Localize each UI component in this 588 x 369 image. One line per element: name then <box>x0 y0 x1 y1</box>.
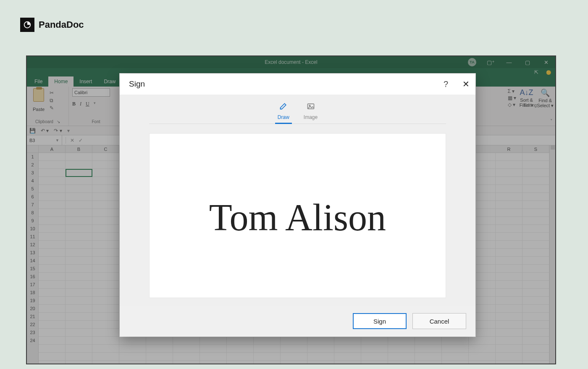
sort-filter-icon: A↓Z <box>520 88 533 97</box>
window-titlebar: Excel document - Excel TA ▢⁺ — ▢ ✕ <box>27 56 555 68</box>
row-header[interactable]: 4 <box>27 177 38 185</box>
column-header[interactable]: S <box>522 145 549 153</box>
redo-icon[interactable]: ↷ ▾ <box>54 128 62 134</box>
row-header[interactable]: 12 <box>27 241 38 249</box>
font-name-combo[interactable]: Calibri <box>72 88 110 97</box>
name-box-dropdown-icon[interactable]: ▼ <box>55 138 59 142</box>
row-header[interactable]: 13 <box>27 249 38 257</box>
row-header[interactable]: 5 <box>27 185 38 193</box>
tab-image[interactable]: Image <box>303 101 318 121</box>
pandadoc-brand: PandaDoc <box>20 18 84 32</box>
pandadoc-logo-icon <box>20 18 34 32</box>
find-icon: 🔍 <box>541 88 550 98</box>
row-header[interactable]: 8 <box>27 209 38 217</box>
image-icon <box>307 102 315 113</box>
row-header[interactable]: 16 <box>27 273 38 281</box>
signature-text: Tom Alison <box>209 196 386 239</box>
row-header[interactable]: 2 <box>27 161 38 169</box>
tab-draw[interactable]: Draw <box>98 76 121 87</box>
undo-icon[interactable]: ↶ ▾ <box>41 128 49 134</box>
tab-insert[interactable]: Insert <box>74 76 98 87</box>
maximize-button[interactable]: ▢ <box>518 56 537 68</box>
select-all-corner[interactable] <box>27 145 38 153</box>
tab-file[interactable]: File <box>29 76 48 87</box>
vertical-scrollbar[interactable] <box>549 145 555 364</box>
clear-icon[interactable]: ◇ ▾ <box>508 102 516 108</box>
row-header[interactable]: 21 <box>27 313 38 321</box>
row-headers: 123456789101112131415161718192021222324 <box>27 145 39 364</box>
find-select-button[interactable]: 🔍 Find & Select ▾ <box>537 88 554 108</box>
row-header[interactable]: 15 <box>27 265 38 273</box>
italic-button[interactable]: I <box>80 101 81 107</box>
document-title: Excel document - Excel <box>265 59 317 65</box>
clipboard-launcher-icon[interactable]: ↘ <box>57 119 60 124</box>
clipboard-icon <box>33 88 44 102</box>
ribbon-display-button[interactable]: ▢⁺ <box>481 56 500 68</box>
name-box[interactable]: B3 ▼ <box>27 135 62 145</box>
row-header[interactable]: 17 <box>27 281 38 289</box>
column-header[interactable]: R <box>496 145 522 153</box>
dialog-footer: Sign Cancel <box>120 306 475 337</box>
copy-icon[interactable]: ⧉ <box>50 98 54 103</box>
tab-draw[interactable]: Draw <box>277 101 290 121</box>
dialog-header: Sign ? ✕ <box>120 74 475 95</box>
qat-customize-icon[interactable]: ▾ <box>67 128 70 134</box>
row-header[interactable]: 9 <box>27 217 38 225</box>
sign-method-tabs: Draw Image <box>149 101 446 124</box>
enter-formula-icon[interactable]: ✓ <box>79 137 83 143</box>
row-header[interactable]: 23 <box>27 329 38 337</box>
fill-icon[interactable]: ▦ ▾ <box>508 95 516 101</box>
row-header[interactable]: 3 <box>27 169 38 177</box>
dialog-title: Sign <box>129 79 145 89</box>
dialog-body: Draw Image Tom Alison <box>120 95 475 306</box>
minimize-button[interactable]: — <box>500 56 518 68</box>
signature-canvas[interactable]: Tom Alison <box>149 133 446 298</box>
pen-icon <box>279 102 288 113</box>
cancel-formula-icon[interactable]: ✕ <box>70 137 74 143</box>
pandadoc-brand-name: PandaDoc <box>39 19 84 30</box>
bold-button[interactable]: B <box>72 101 76 107</box>
row-header[interactable]: 19 <box>27 297 38 305</box>
row-header[interactable]: 14 <box>27 257 38 265</box>
column-header[interactable]: A <box>39 145 66 153</box>
collapse-ribbon-icon[interactable]: ˅ <box>550 119 553 124</box>
tab-home[interactable]: Home <box>48 76 74 87</box>
close-window-button[interactable]: ✕ <box>537 56 555 68</box>
row-header[interactable]: 6 <box>27 193 38 201</box>
row-header[interactable]: 11 <box>27 233 38 241</box>
selected-cell-b3[interactable] <box>66 169 92 177</box>
column-header[interactable]: B <box>66 145 92 153</box>
user-avatar[interactable]: TA <box>463 56 481 68</box>
format-painter-icon[interactable]: ✎ <box>50 105 54 111</box>
cut-icon[interactable]: ✂ <box>50 90 54 96</box>
row-header[interactable]: 20 <box>27 305 38 313</box>
sign-button[interactable]: Sign <box>353 313 407 329</box>
paste-button[interactable]: Paste <box>30 88 47 112</box>
underline-button[interactable]: U <box>86 101 89 107</box>
scrollbar-thumb[interactable] <box>551 145 555 150</box>
sign-dialog: Sign ? ✕ Draw <box>120 74 475 337</box>
row-header[interactable]: 24 <box>27 337 38 345</box>
row-header[interactable]: 22 <box>27 321 38 329</box>
help-icon[interactable]: ? <box>444 79 448 89</box>
comments-icon[interactable]: 🟡 <box>546 70 551 75</box>
autosum-icon[interactable]: Σ ▾ <box>508 88 516 94</box>
row-header[interactable]: 7 <box>27 201 38 209</box>
row-header[interactable]: 1 <box>27 153 38 161</box>
share-icon[interactable]: ⇱ <box>534 69 538 75</box>
cancel-button[interactable]: Cancel <box>412 313 466 329</box>
underline-more-icon[interactable]: ▾ <box>94 101 96 107</box>
close-dialog-icon[interactable]: ✕ <box>462 79 470 89</box>
row-header[interactable]: 18 <box>27 289 38 297</box>
row-header[interactable]: 10 <box>27 225 38 233</box>
save-icon[interactable]: 💾 <box>29 128 36 134</box>
column-header[interactable]: C <box>92 145 119 153</box>
